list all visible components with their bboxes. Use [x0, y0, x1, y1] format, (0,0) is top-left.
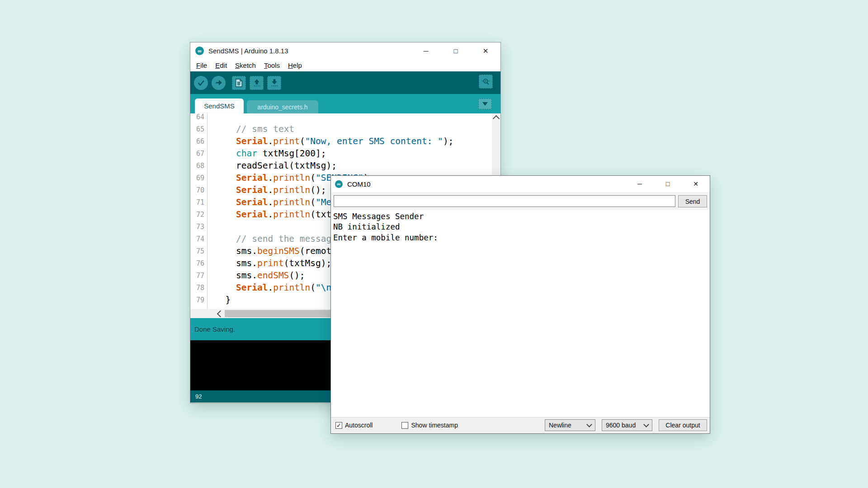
line-number: 69 — [190, 174, 207, 182]
line-number: 72 — [190, 211, 207, 219]
minimize-button[interactable]: ─ — [411, 42, 441, 59]
code-text: // send the message — [207, 234, 337, 244]
code-text: readSerial(txtMsg); — [207, 160, 337, 171]
show-timestamp-checkbox[interactable] — [401, 422, 408, 429]
tab-sendsms[interactable]: SendSMS — [195, 99, 244, 113]
autoscroll-label: Autoscroll — [345, 422, 373, 429]
code-text: // sms text — [207, 124, 294, 134]
minimize-button[interactable]: ─ — [626, 176, 654, 192]
code-line-66: 66 Serial.print("Now, enter SMS content:… — [190, 135, 500, 147]
scroll-up-icon — [492, 115, 500, 122]
tab-arduino_secrets.h[interactable]: arduino_secrets.h — [247, 100, 318, 113]
line-number: 75 — [190, 247, 207, 255]
serial-output-line: SMS Messages Sender — [333, 211, 708, 222]
chevron-down-icon — [482, 102, 488, 106]
send-button[interactable]: Send — [678, 195, 707, 207]
menu-item-sketch[interactable]: Sketch — [231, 61, 260, 69]
code-text: Serial.print("Now, enter SMS content: ")… — [207, 136, 453, 146]
open-button[interactable] — [250, 76, 264, 90]
code-text: } — [207, 295, 231, 305]
serial-output-line: NB initialized — [333, 222, 708, 232]
line-number: 79 — [190, 296, 207, 304]
tab-list-dropdown-button[interactable] — [478, 99, 492, 109]
upload-icon — [215, 79, 223, 87]
save-icon — [270, 79, 278, 87]
serial-monitor-window: ∞ COM10 ─ □ ✕ Send SMS Messages SenderNB… — [330, 175, 710, 434]
line-number: 66 — [190, 137, 207, 145]
save-button[interactable] — [267, 76, 281, 90]
show-timestamp-label: Show timestamp — [411, 422, 458, 429]
chevron-down-icon — [643, 422, 649, 427]
menu-item-tools[interactable]: Tools — [260, 61, 284, 69]
clear-output-button[interactable]: Clear output — [659, 419, 707, 431]
line-number: 70 — [190, 186, 207, 194]
chevron-down-icon — [586, 422, 592, 427]
menu-item-edit[interactable]: Edit — [211, 61, 231, 69]
ide-titlebar[interactable]: ∞ SendSMS | Arduino 1.8.13 ─ □ ✕ — [190, 42, 500, 59]
toolbar — [190, 71, 500, 94]
serial-monitor-button[interactable] — [479, 75, 493, 89]
serial-output-area[interactable]: SMS Messages SenderNB initializedEnter a… — [331, 210, 710, 417]
code-text: char txtMsg[200]; — [207, 148, 326, 159]
arduino-infinity-icon: ∞ — [195, 47, 204, 55]
tabbar: SendSMSarduino_secrets.h — [190, 94, 500, 113]
code-text: sms.endSMS(); — [207, 270, 305, 281]
line-ending-dropdown[interactable]: Newline — [545, 419, 595, 431]
status-text: Done Saving. — [194, 325, 235, 333]
serial-monitor-title: COM10 — [347, 180, 371, 188]
serial-monitor-titlebar[interactable]: ∞ COM10 ─ □ ✕ — [331, 176, 710, 192]
new-sketch-icon — [235, 79, 243, 87]
autoscroll-checkbox[interactable]: ✓ — [335, 422, 342, 429]
close-button[interactable]: ✕ — [471, 42, 500, 59]
line-number: 78 — [190, 284, 207, 292]
code-line-64: 64 — [190, 113, 500, 123]
line-number-indicator: 92 — [195, 393, 202, 400]
line-number: 64 — [190, 113, 207, 121]
code-text: sms.print(txtMsg); — [207, 258, 331, 268]
line-number: 65 — [190, 125, 207, 133]
upload-button[interactable] — [212, 76, 226, 90]
serial-monitor-controls: ✓ Autoscroll Show timestamp Newline 9600… — [331, 417, 710, 433]
line-number: 73 — [190, 223, 207, 231]
ide-window-title: SendSMS | Arduino 1.8.13 — [208, 47, 288, 55]
verify-icon — [197, 79, 205, 87]
maximize-button[interactable]: □ — [654, 176, 682, 192]
desktop-background: ∞ SendSMS | Arduino 1.8.13 ─ □ ✕ FileEdi… — [0, 0, 868, 488]
new-sketch-button[interactable] — [232, 76, 246, 90]
scroll-left-icon — [217, 310, 224, 317]
arduino-infinity-icon: ∞ — [335, 180, 343, 188]
code-text: Serial.println(); — [207, 185, 326, 195]
line-number: 68 — [190, 162, 207, 170]
close-button[interactable]: ✕ — [682, 176, 710, 192]
open-icon — [253, 79, 261, 87]
line-number: 77 — [190, 272, 207, 280]
line-number: 67 — [190, 150, 207, 158]
menu-item-file[interactable]: File — [192, 61, 211, 69]
serial-monitor-icon — [481, 78, 491, 86]
line-number: 71 — [190, 198, 207, 206]
line-number: 76 — [190, 259, 207, 267]
baud-rate-dropdown[interactable]: 9600 baud — [602, 419, 652, 431]
code-line-67: 67 char txtMsg[200]; — [190, 147, 500, 160]
maximize-button[interactable]: □ — [441, 42, 471, 59]
menu-item-help[interactable]: Help — [284, 61, 306, 69]
serial-input-field[interactable] — [334, 195, 675, 207]
code-line-65: 65 // sms text — [190, 123, 500, 135]
code-line-68: 68 readSerial(txtMsg); — [190, 160, 500, 172]
send-row: Send — [331, 192, 710, 210]
verify-button[interactable] — [194, 76, 208, 90]
serial-output-line: Enter a mobile number: — [333, 233, 708, 243]
menubar: FileEditSketchToolsHelp — [190, 59, 500, 71]
line-number: 74 — [190, 235, 207, 243]
